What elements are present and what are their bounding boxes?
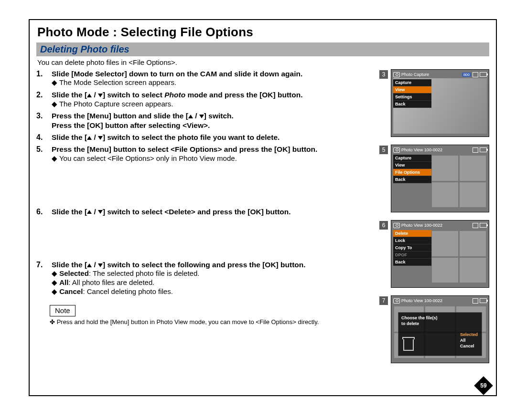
up-triangle-icon xyxy=(87,136,92,140)
down-triangle-icon xyxy=(98,136,103,140)
preview-number: 7 xyxy=(379,296,388,305)
note-label: Note xyxy=(50,305,75,317)
page-number-badge: 59 xyxy=(477,379,490,392)
menu-item-highlighted: File Options xyxy=(393,169,431,176)
dialog-text: Choose the file(s)to delete xyxy=(401,315,479,326)
camera-icon xyxy=(393,223,400,228)
camera-icon xyxy=(393,72,400,77)
preview-3: 3 Photo Capture 800 Capture xyxy=(379,69,489,137)
osd-menu: Capture View File Options Back xyxy=(393,155,431,183)
intro-text: You can delete photo files in <File Opti… xyxy=(37,58,489,66)
note-text: Press and hold the [Menu] button in Phot… xyxy=(50,318,375,326)
dialog-option: All xyxy=(460,337,478,343)
menu-item: Back xyxy=(393,259,431,266)
menu-item-highlighted: Delete xyxy=(393,230,431,237)
page-number: 59 xyxy=(477,379,490,392)
step-3-head: Press the [Menu] button and slide the [ … xyxy=(52,112,234,129)
step-7-sub1: Selected: The selected photo file is del… xyxy=(52,269,375,278)
step-4-head: Slide the [ / ] switch to select the pho… xyxy=(52,133,280,141)
down-triangle-icon xyxy=(98,210,103,214)
up-triangle-icon xyxy=(87,94,92,97)
menu-item: Lock xyxy=(393,237,431,244)
step-2: Slide the [ / ] switch to select Photo m… xyxy=(36,90,375,108)
preview-column: 3 Photo Capture 800 Capture xyxy=(379,69,489,371)
status-bar: Photo View 100-0022 xyxy=(393,221,487,229)
step-1-sub: The Mode Selection screen appears. xyxy=(52,78,375,87)
menu-item: Copy To xyxy=(393,244,431,252)
camera-icon xyxy=(393,298,400,304)
step-6-head: Slide the [ / ] switch to select <Delete… xyxy=(52,208,291,216)
step-5: Press the [Menu] button to select <File … xyxy=(36,145,375,163)
page-title: Photo Mode : Selecting File Options xyxy=(37,25,489,40)
step-1-head: Slide [Mode Selector] down to turn on th… xyxy=(52,70,302,78)
osd-menu: Delete Lock Copy To DPOF Back xyxy=(393,230,431,266)
status-bar: Photo Capture 800 xyxy=(393,71,487,78)
battery-icon xyxy=(480,147,487,152)
status-title: Photo View 100-0022 xyxy=(401,223,442,228)
battery-icon xyxy=(480,72,487,77)
preview-screen: Photo View 100-0022 Choose the file(s)to… xyxy=(391,295,489,363)
step-3: Press the [Menu] button and slide the [ … xyxy=(36,111,375,130)
menu-item: Capture xyxy=(393,79,431,86)
confirm-dialog: Choose the file(s)to delete Selected All… xyxy=(398,312,482,356)
preview-number: 5 xyxy=(379,146,388,154)
dialog-options: Selected All Cancel xyxy=(460,332,478,349)
card-icon xyxy=(473,223,478,228)
preview-number: 6 xyxy=(379,221,388,230)
step-5-sub: You can select <File Options> only in Ph… xyxy=(52,154,375,163)
card-icon xyxy=(473,147,478,153)
step-7-head: Slide the [ / ] switch to select the fol… xyxy=(52,261,306,269)
menu-item-disabled: DPOF xyxy=(393,252,431,259)
up-triangle-icon xyxy=(87,263,92,267)
dialog-option: Selected xyxy=(460,332,478,337)
step-2-sub: The Photo Capture screen appears. xyxy=(52,100,375,109)
status-bar: Photo View 100-0022 xyxy=(393,297,487,304)
camera-icon xyxy=(393,147,400,153)
menu-item-highlighted: View xyxy=(393,86,431,94)
down-triangle-icon xyxy=(98,263,103,267)
menu-item: Settings xyxy=(393,94,431,101)
status-bar: Photo View 100-0022 xyxy=(393,146,487,154)
preview-number: 3 xyxy=(379,70,388,79)
preview-screen: Photo View 100-0022 Delete Lock Copy To … xyxy=(391,220,489,288)
preview-6: 6 Photo View 100-0022 Delete Lock xyxy=(379,220,489,288)
instructions-column: Slide [Mode Selector] down to turn on th… xyxy=(36,69,375,371)
step-5-head: Press the [Menu] button to select <File … xyxy=(52,145,317,153)
section-heading: Deleting Photo files xyxy=(40,44,129,54)
down-triangle-icon xyxy=(199,115,204,118)
preview-7: 7 Photo View 100-0022 Choose the xyxy=(379,295,489,363)
step-4: Slide the [ / ] switch to select the pho… xyxy=(36,133,375,142)
step-7-sub2: All: All photo files are deleted. xyxy=(52,278,375,287)
step-7: Slide the [ / ] switch to select the fol… xyxy=(36,260,375,296)
osd-menu: Capture View Settings Back xyxy=(393,79,431,108)
up-triangle-icon xyxy=(188,115,193,118)
page-frame: Photo Mode : Selecting File Options Dele… xyxy=(29,19,497,396)
trash-icon xyxy=(403,339,414,351)
card-icon xyxy=(473,298,478,304)
battery-icon xyxy=(480,223,487,228)
manual-page: ENGLISH Photo Mode : Selecting File Opti… xyxy=(0,0,516,420)
preview-5: 5 Photo View 100-0022 Capture View xyxy=(379,145,489,212)
up-triangle-icon xyxy=(87,210,92,214)
menu-item: View xyxy=(393,162,431,169)
step-6: Slide the [ / ] switch to select <Delete… xyxy=(36,207,375,216)
menu-item: Capture xyxy=(393,155,431,162)
battery-icon xyxy=(480,298,487,303)
section-heading-bar: Deleting Photo files xyxy=(36,42,489,56)
step-7-sub3: Cancel: Cancel deleting photo files. xyxy=(52,287,375,296)
preview-screen: Photo View 100-0022 Capture View File Op… xyxy=(391,145,489,212)
status-title: Photo Capture xyxy=(401,72,429,77)
down-triangle-icon xyxy=(98,94,103,97)
card-icon xyxy=(473,72,478,77)
menu-item: Back xyxy=(393,176,431,183)
status-title: Photo View 100-0022 xyxy=(401,298,442,303)
size-badge: 800 xyxy=(462,73,471,77)
status-title: Photo View 100-0022 xyxy=(401,147,442,152)
step-1: Slide [Mode Selector] down to turn on th… xyxy=(36,69,375,87)
dialog-option: Cancel xyxy=(460,343,478,349)
menu-item: Back xyxy=(393,101,431,108)
preview-screen: Photo Capture 800 Capture View Settings … xyxy=(391,69,489,137)
step-2-head: Slide the [ / ] switch to select Photo m… xyxy=(52,91,303,99)
